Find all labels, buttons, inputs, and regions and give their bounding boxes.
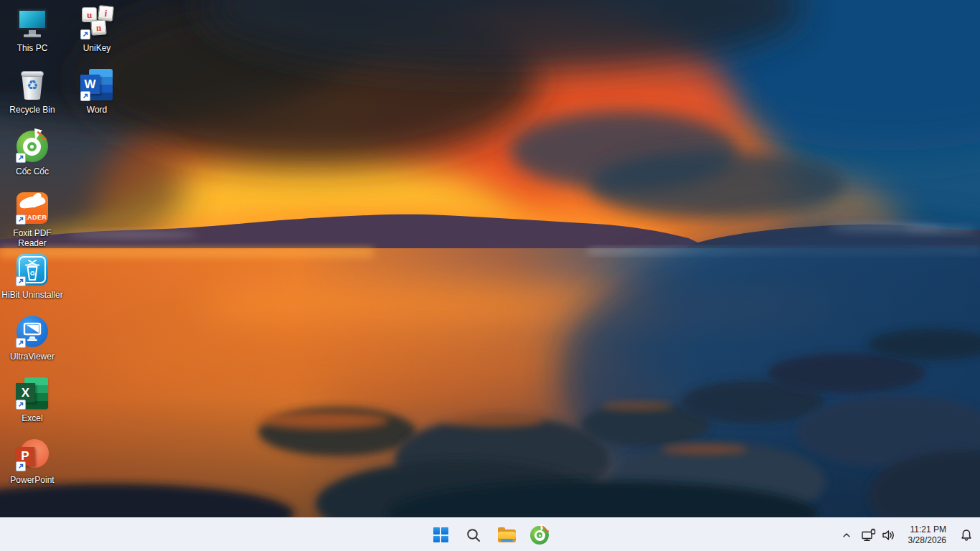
icon-label: Excel [22, 413, 42, 423]
desktop-icon-foxit-pdf-reader[interactable]: READER Foxit PDF Reader [0, 191, 65, 248]
taskbar: 11:21 PM 3/28/2026 [0, 517, 980, 551]
tray-time: 11:21 PM [908, 524, 946, 535]
clock: 11:21 PM 3/28/2026 [904, 523, 951, 547]
icon-label: HiBit Uninstaller [1, 290, 62, 300]
unikey-icon: u i n [80, 6, 114, 40]
network-volume-button[interactable] [857, 525, 899, 545]
shortcut-arrow-icon [16, 400, 26, 410]
recycle-bin-icon: ♻ [15, 67, 50, 102]
network-icon [861, 528, 877, 542]
icon-label: Recycle Bin [9, 105, 55, 115]
desktop-icon-hibit-uninstaller[interactable]: ♻ HiBit Uninstaller [0, 253, 65, 300]
chevron-up-icon [841, 529, 852, 541]
recycle-symbol-icon: ♻ [15, 79, 50, 92]
volume-icon [881, 528, 895, 542]
hibit-icon: ♻ [15, 253, 50, 287]
icon-label: UniKey [83, 43, 111, 53]
shortcut-arrow-icon [16, 338, 26, 348]
search-icon [465, 527, 482, 544]
search-button[interactable] [459, 521, 488, 550]
word-icon: W [80, 67, 114, 102]
shortcut-arrow-icon [16, 215, 26, 225]
clock-button[interactable]: 11:21 PM 3/28/2026 [900, 520, 954, 550]
bell-icon [959, 528, 974, 542]
desktop-icon-excel[interactable]: X Excel [0, 376, 65, 423]
windows-logo-icon [433, 527, 448, 542]
excel-icon: X [15, 376, 50, 410]
desktop-icon-this-pc[interactable]: This PC [0, 6, 65, 53]
foxit-icon: READER [15, 191, 50, 225]
icon-label: PowerPoint [10, 475, 54, 485]
desktop-icon-word[interactable]: W Word [65, 67, 129, 115]
icon-label: Cốc Cốc [16, 166, 49, 176]
coc-coc-taskbar-button[interactable] [525, 521, 554, 550]
this-pc-icon [15, 6, 50, 40]
desktop-icon-powerpoint[interactable]: P PowerPoint [0, 438, 65, 485]
taskbar-center [426, 518, 554, 551]
powerpoint-icon: P [15, 438, 50, 472]
desktop-icon-recycle-bin[interactable]: ♻ Recycle Bin [0, 67, 65, 115]
ultraviewer-icon [15, 314, 50, 349]
shortcut-arrow-icon [16, 153, 26, 163]
shortcut-arrow-icon [16, 276, 26, 286]
file-explorer-button[interactable] [492, 521, 521, 550]
shortcut-arrow-icon [80, 91, 90, 101]
system-tray: 11:21 PM 3/28/2026 [837, 518, 977, 551]
folder-icon [498, 528, 516, 542]
shortcut-arrow-icon [80, 29, 90, 39]
coc-coc-icon [530, 526, 549, 545]
start-button[interactable] [426, 521, 455, 550]
notifications-button[interactable] [956, 525, 977, 545]
icon-label: Word [87, 105, 107, 115]
desktop-icon-coc-coc[interactable]: Cốc Cốc [0, 129, 65, 176]
svg-text:♻: ♻ [29, 270, 35, 277]
icon-label: Foxit PDF Reader [7, 228, 57, 248]
desktop: This PC u i n UniKey ♻ Recycle Bin [0, 0, 980, 551]
shortcut-arrow-icon [16, 461, 26, 471]
icon-label: This PC [17, 43, 48, 53]
coc-coc-icon [15, 129, 50, 164]
tray-date: 3/28/2026 [908, 535, 946, 546]
tray-overflow-button[interactable] [837, 527, 856, 544]
desktop-icon-unikey[interactable]: u i n UniKey [65, 6, 129, 53]
desktop-icon-grid: This PC u i n UniKey ♻ Recycle Bin [0, 0, 215, 517]
icon-label: UltraViewer [10, 352, 55, 362]
desktop-icon-ultraviewer[interactable]: UltraViewer [0, 314, 65, 362]
